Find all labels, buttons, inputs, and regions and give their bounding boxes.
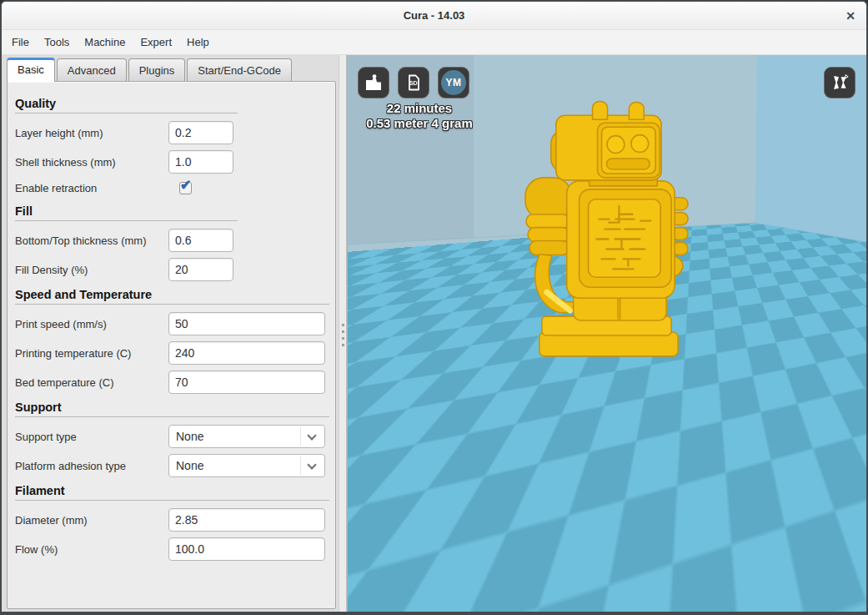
- save-toolpath-sd-button[interactable]: SD: [398, 67, 429, 98]
- section-title-filament: Filament: [15, 484, 328, 497]
- tab-plugins[interactable]: Plugins: [128, 58, 186, 81]
- close-button[interactable]: ✕: [842, 8, 859, 24]
- chevron-down-icon: [307, 460, 316, 469]
- cura-window: Cura - 14.03 ✕ File Tools Machine Expert…: [0, 0, 868, 615]
- 3d-viewport[interactable]: SD YM 22 minutes 0.53 meter 4: [347, 55, 866, 612]
- view-mode-icon: [830, 73, 850, 93]
- select-separator: [300, 427, 301, 446]
- setting-row: Fill Density (%): [15, 258, 328, 281]
- bottom-top-thickness-label: Bottom/Top thickness (mm): [15, 234, 168, 247]
- diameter-label: Diameter (mm): [15, 514, 168, 527]
- setting-row: Print speed (mm/s): [15, 312, 328, 335]
- panel-divider-sash[interactable]: [339, 55, 347, 612]
- main-area: Basic Advanced Plugins Start/End-GCode Q…: [2, 55, 866, 612]
- load-model-icon: [364, 73, 384, 93]
- print-speed-label: Print speed (mm/s): [15, 318, 168, 330]
- printing-temperature-input[interactable]: [168, 341, 325, 365]
- print-speed-input[interactable]: [168, 312, 325, 335]
- bed-temperature-label: Bed temperature (C): [15, 376, 168, 389]
- sash-grip-icon: [342, 324, 344, 326]
- section-rule: [15, 220, 238, 221]
- diameter-input[interactable]: [168, 508, 325, 532]
- print-stats: 22 minutes 0.53 meter 4 gram: [348, 101, 491, 131]
- support-type-label: Support type: [15, 431, 168, 443]
- setting-row: Printing temperature (C): [15, 341, 328, 365]
- menu-help[interactable]: Help: [179, 33, 217, 52]
- setting-row: Diameter (mm): [15, 508, 328, 532]
- tab-bar: Basic Advanced Plugins Start/End-GCode: [2, 55, 339, 81]
- setting-row: Support type None: [15, 425, 328, 448]
- tab-start-end-gcode[interactable]: Start/End-GCode: [187, 58, 292, 81]
- shell-thickness-input[interactable]: [168, 150, 233, 174]
- window-title: Cura - 14.03: [2, 9, 866, 22]
- section-rule: [15, 304, 329, 305]
- load-model-button[interactable]: [358, 67, 389, 98]
- bottom-top-thickness-input[interactable]: [168, 229, 233, 252]
- title-bar[interactable]: Cura - 14.03 ✕: [2, 2, 866, 30]
- fill-density-input[interactable]: [168, 258, 233, 281]
- section-title-speed-temperature: Speed and Temperature: [15, 288, 328, 301]
- sd-card-icon: SD: [404, 73, 424, 93]
- section-rule: [15, 113, 238, 113]
- menu-machine[interactable]: Machine: [77, 33, 133, 52]
- layer-height-input[interactable]: [168, 121, 233, 144]
- chevron-down-icon: [307, 431, 316, 440]
- print-time: 22 minutes: [348, 101, 491, 116]
- flow-label: Flow (%): [15, 543, 168, 556]
- view-mode-button[interactable]: [824, 67, 855, 98]
- setting-row: Bottom/Top thickness (mm): [15, 229, 328, 252]
- youmagine-icon: YM: [441, 70, 466, 95]
- setting-row: Bed temperature (C): [15, 371, 328, 394]
- enable-retraction-checkbox[interactable]: ✔: [179, 182, 192, 194]
- robot-model[interactable]: [348, 55, 866, 612]
- section-rule: [15, 416, 329, 417]
- fill-density-label: Fill Density (%): [15, 264, 168, 276]
- platform-adhesion-type-value: None: [169, 459, 300, 472]
- setting-row: Platform adhesion type None: [15, 454, 328, 477]
- layer-height-label: Layer height (mm): [15, 127, 168, 139]
- svg-text:SD: SD: [409, 80, 418, 86]
- enable-retraction-label: Enable retraction: [15, 182, 168, 194]
- tab-basic[interactable]: Basic: [7, 58, 55, 82]
- material-usage: 0.53 meter 4 gram: [348, 116, 491, 131]
- setting-row: Flow (%): [15, 537, 328, 561]
- support-type-value: None: [169, 430, 300, 443]
- flow-input[interactable]: [168, 537, 325, 561]
- shell-thickness-label: Shell thickness (mm): [15, 156, 168, 169]
- basic-settings-page: Quality Layer height (mm) Shell thicknes…: [7, 81, 336, 609]
- platform-adhesion-type-label: Platform adhesion type: [15, 460, 168, 472]
- checkmark-icon: ✔: [180, 177, 191, 193]
- select-separator: [300, 456, 301, 475]
- setting-row: Layer height (mm): [15, 121, 328, 144]
- section-title-support: Support: [15, 401, 328, 414]
- support-type-select[interactable]: None: [168, 425, 325, 448]
- menu-bar: File Tools Machine Expert Help: [2, 30, 866, 54]
- tab-advanced[interactable]: Advanced: [57, 58, 127, 81]
- section-title-fill: Fill: [15, 204, 328, 218]
- menu-file[interactable]: File: [4, 33, 37, 52]
- platform-adhesion-type-select[interactable]: None: [168, 454, 325, 477]
- bed-temperature-input[interactable]: [168, 371, 325, 394]
- section-rule: [15, 500, 329, 501]
- share-youmagine-button[interactable]: YM: [438, 67, 469, 98]
- settings-panel: Basic Advanced Plugins Start/End-GCode Q…: [2, 55, 339, 612]
- printing-temperature-label: Printing temperature (C): [15, 347, 168, 360]
- section-title-quality: Quality: [15, 97, 328, 110]
- viewport-toolbar: SD YM: [358, 67, 469, 98]
- setting-row: Shell thickness (mm): [15, 150, 328, 174]
- setting-row: Enable retraction ✔: [15, 179, 328, 196]
- menu-tools[interactable]: Tools: [37, 33, 77, 52]
- menu-expert[interactable]: Expert: [133, 33, 179, 52]
